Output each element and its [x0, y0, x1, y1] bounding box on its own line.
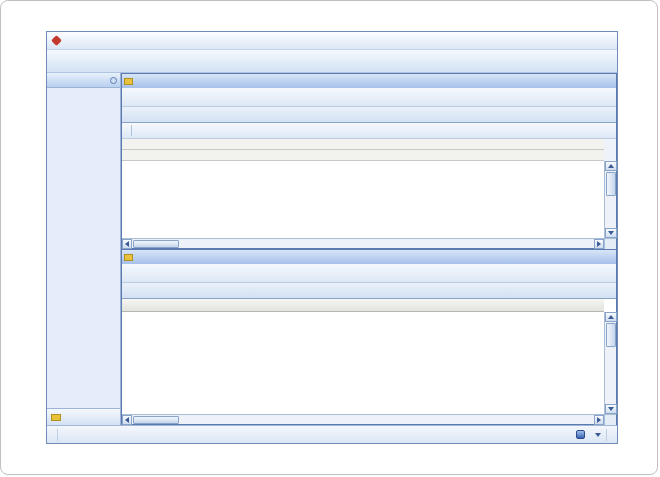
table-horizontal-scrollbar[interactable]	[122, 414, 616, 424]
separator	[606, 429, 607, 441]
desktop-background	[0, 0, 658, 475]
scrollbar-thumb[interactable]	[606, 323, 616, 347]
gantt-tab-strip	[122, 107, 616, 123]
gantt-month-header	[122, 139, 604, 150]
mdi-area	[121, 73, 617, 425]
project-table	[122, 299, 616, 424]
gantt-vertical-scrollbar[interactable]	[604, 161, 616, 238]
status-bar	[47, 425, 617, 443]
table-vertical-scrollbar[interactable]	[604, 312, 616, 414]
scroll-down-icon[interactable]	[605, 404, 617, 414]
scroll-up-icon[interactable]	[605, 161, 617, 171]
scrollbar-corner	[604, 415, 616, 425]
gantt-day-header	[122, 150, 604, 161]
separator	[57, 429, 58, 441]
dropdown-arrow-icon[interactable]	[595, 433, 601, 437]
gantt-window-titlebar[interactable]	[122, 74, 616, 88]
navigation-sidebar	[47, 73, 121, 425]
gantt-filter-row	[122, 88, 616, 107]
mail-icon	[51, 414, 61, 421]
scrollbar-thumb[interactable]	[133, 416, 179, 424]
menu-bar	[47, 32, 617, 50]
scrollbar-thumb[interactable]	[606, 172, 616, 196]
pin-icon[interactable]	[110, 77, 117, 84]
app-icon	[51, 35, 62, 46]
scroll-down-icon[interactable]	[605, 228, 617, 238]
gantt-toolbar	[122, 123, 616, 139]
table-window	[121, 249, 617, 425]
table-tab-strip	[122, 283, 616, 299]
sidebar-spacer	[47, 88, 120, 408]
gantt-horizontal-scrollbar[interactable]	[122, 238, 616, 248]
table-filter-row	[122, 264, 616, 283]
scrollbar-corner	[604, 239, 616, 249]
scroll-left-icon[interactable]	[122, 415, 132, 425]
gantt-window	[121, 73, 617, 249]
scroll-right-icon[interactable]	[594, 239, 604, 249]
sidebar-header	[47, 73, 120, 88]
table-header-row	[122, 299, 604, 312]
table-body	[122, 312, 604, 414]
layout-icon	[576, 430, 585, 439]
main-toolbar	[47, 50, 617, 73]
scroll-left-icon[interactable]	[122, 239, 132, 249]
separator	[131, 125, 132, 136]
table-window-titlebar[interactable]	[122, 250, 616, 264]
gantt-canvas	[122, 161, 604, 238]
window-icon	[124, 254, 133, 261]
scroll-up-icon[interactable]	[605, 312, 617, 322]
window-icon	[124, 78, 133, 85]
scroll-right-icon[interactable]	[594, 415, 604, 425]
scrollbar-thumb[interactable]	[133, 240, 179, 248]
application-window	[46, 31, 618, 444]
tab-message-management[interactable]	[47, 408, 120, 425]
